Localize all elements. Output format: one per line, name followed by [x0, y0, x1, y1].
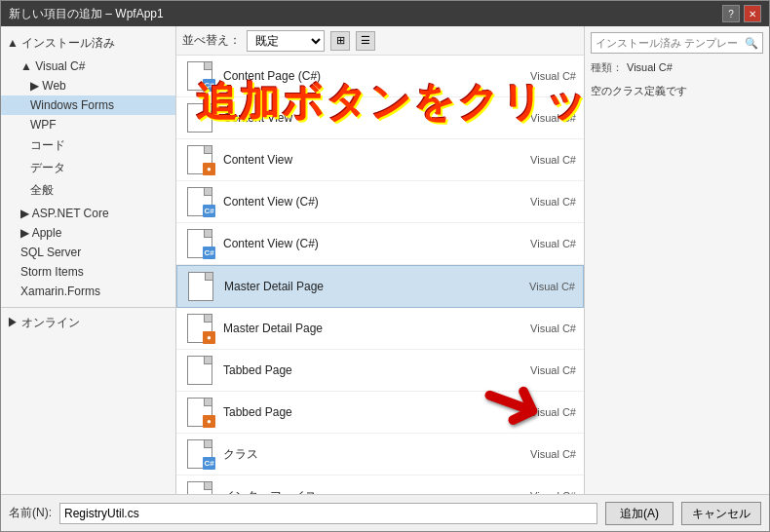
window-title: 新しい項目の追加 – WpfApp1 [9, 6, 164, 22]
sort-label: 並べ替え： [182, 32, 241, 49]
template-item[interactable]: Master Detail PageVisual C# [176, 265, 584, 308]
template-name: インターフェイス [223, 488, 500, 495]
titlebar-buttons: ? ✕ [722, 5, 761, 22]
close-button[interactable]: ✕ [744, 5, 761, 22]
template-item[interactable]: C#Content View (C#)Visual C# [176, 181, 584, 223]
help-button[interactable]: ? [722, 5, 740, 22]
cancel-button[interactable]: キャンセル [681, 502, 761, 525]
template-lang: Visual C# [508, 323, 576, 334]
sidebar-item-wpf[interactable]: WPF [1, 115, 175, 134]
sidebar-item-windows-forms[interactable]: Windows Forms [1, 95, 175, 115]
template-item[interactable]: ●Tabbed PageVisual C# [176, 392, 584, 434]
template-lang: Visual C# [508, 196, 576, 208]
template-name: Tabbed Page [223, 363, 500, 377]
template-item[interactable]: C#クラスVisual C# [176, 434, 584, 475]
list-view-button[interactable]: ☰ [356, 31, 375, 51]
sidebar-item-xamarin-forms[interactable]: Xamarin.Forms [1, 282, 175, 301]
sort-select[interactable]: 既定 [247, 30, 325, 52]
template-icon: ● [184, 313, 215, 344]
sidebar-item-data[interactable]: データ [1, 157, 175, 179]
right-panel: 🔍 種類： Visual C# 空のクラス定義です [584, 26, 769, 494]
titlebar: 新しい項目の追加 – WpfApp1 ? ✕ [1, 1, 769, 26]
template-icon [184, 355, 215, 386]
template-name: Master Detail Page [223, 322, 500, 335]
search-bar[interactable]: 🔍 [591, 32, 763, 54]
template-lang: Visual C# [507, 281, 575, 292]
template-icon: ○ [184, 480, 215, 494]
add-button[interactable]: 追加(A) [605, 502, 674, 525]
template-lang: Visual C# [508, 448, 576, 460]
template-lang: Visual C# [508, 406, 576, 418]
template-item[interactable]: Tabbed PageVisual C# [176, 350, 584, 392]
center-area: 追加ボタンをクリック ➜ 並べ替え： 既定 ⊞ ☰ C#Cont [176, 26, 584, 494]
template-list-wrapper: C#Content Page (C#)Visual C#Content View… [176, 56, 584, 494]
name-input[interactable] [59, 503, 597, 524]
template-lang: Visual C# [508, 70, 576, 82]
sidebar-item-storm-items[interactable]: Storm Items [1, 262, 175, 282]
template-item[interactable]: C#Content Page (C#)Visual C# [176, 56, 584, 97]
template-lang: Visual C# [508, 364, 576, 376]
center-toolbar: 並べ替え： 既定 ⊞ ☰ [176, 26, 584, 56]
description-text: 空のクラス定義です [591, 83, 763, 100]
kind-label: 種類： [591, 59, 623, 77]
grid-view-button[interactable]: ⊞ [330, 31, 350, 51]
template-name: Content View [223, 153, 500, 167]
installed-header[interactable]: ▲ インストール済み [1, 32, 175, 55]
main-content: ▲ インストール済み ▲ Visual C# ▶ Web Windows For… [1, 26, 769, 494]
template-item[interactable]: ○インターフェイスVisual C# [176, 475, 584, 494]
sidebar-item-code[interactable]: コード [1, 134, 175, 157]
template-lang: Visual C# [508, 112, 576, 124]
search-input[interactable] [592, 35, 741, 51]
template-name: クラス [223, 446, 500, 463]
search-icon[interactable]: 🔍 [741, 35, 762, 52]
sidebar-item-visual-csharp[interactable]: ▲ Visual C# [1, 57, 175, 76]
template-name: Master Detail Page [224, 280, 499, 293]
right-info: 種類： Visual C# 空のクラス定義です [591, 59, 763, 99]
sidebar-item-sql-server[interactable]: SQL Server [1, 243, 175, 262]
template-icon: C# [184, 60, 215, 92]
kind-row: 種類： Visual C# [591, 59, 763, 77]
template-icon [184, 102, 215, 133]
dialog-window: 新しい項目の追加 – WpfApp1 ? ✕ ▲ インストール済み ▲ Visu… [0, 0, 770, 532]
sidebar-item-general[interactable]: 全般 [1, 179, 175, 202]
template-lang: Visual C# [508, 154, 576, 166]
kind-value: Visual C# [627, 59, 673, 77]
template-name: Content View (C#) [223, 237, 500, 250]
installed-section: ▲ インストール済み ▲ Visual C# ▶ Web Windows For… [1, 30, 175, 303]
template-name: Tabbed Page [223, 405, 500, 419]
template-name: Content View [223, 111, 500, 125]
template-name: Content View (C#) [223, 195, 500, 209]
template-name: Content Page (C#) [223, 69, 500, 83]
sidebar: ▲ インストール済み ▲ Visual C# ▶ Web Windows For… [1, 26, 176, 494]
sidebar-item-aspnet-core[interactable]: ▶ ASP.NET Core [1, 204, 175, 223]
sidebar-item-apple[interactable]: ▶ Apple [1, 223, 175, 243]
template-item[interactable]: ●Master Detail PageVisual C# [176, 308, 584, 350]
bottom-bar: 名前(N): 追加(A) キャンセル [1, 494, 769, 531]
template-icon: C# [184, 228, 215, 259]
visual-csharp-section: ▲ Visual C# ▶ Web Windows Forms WPF コード [1, 55, 175, 204]
template-lang: Visual C# [508, 490, 576, 494]
template-item[interactable]: C#Content View (C#)Visual C# [176, 223, 584, 265]
template-icon: C# [184, 186, 215, 217]
template-icon: ● [184, 144, 215, 175]
center-panel: 並べ替え： 既定 ⊞ ☰ C#Content Page (C#)Visual C… [176, 26, 584, 494]
template-icon: ● [184, 397, 215, 428]
template-icon [185, 271, 216, 302]
template-item[interactable]: Content ViewVisual C# [176, 97, 584, 139]
template-list: C#Content Page (C#)Visual C#Content View… [176, 56, 584, 494]
sidebar-item-online[interactable]: ▶ オンライン [1, 312, 175, 334]
template-item[interactable]: ●Content ViewVisual C# [176, 139, 584, 181]
online-section: ▶ オンライン [1, 307, 175, 334]
sidebar-item-web[interactable]: ▶ Web [1, 76, 175, 95]
template-lang: Visual C# [508, 238, 576, 249]
name-label: 名前(N): [9, 505, 52, 521]
template-icon: C# [184, 438, 215, 470]
